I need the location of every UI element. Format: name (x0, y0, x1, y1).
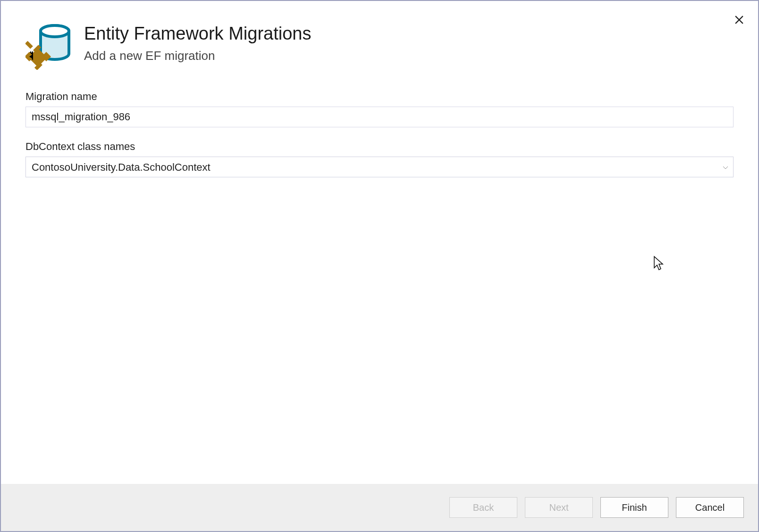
back-button: Back (449, 497, 517, 518)
dialog-subtitle: Add a new EF migration (84, 49, 311, 63)
finish-button[interactable]: Finish (600, 497, 668, 518)
dbcontext-select[interactable]: ContosoUniversity.Data.SchoolContext (25, 157, 734, 177)
migration-name-input[interactable] (25, 107, 734, 127)
close-icon[interactable] (734, 14, 745, 25)
next-button: Next (525, 497, 593, 518)
dbcontext-label: DbContext class names (25, 141, 734, 153)
dialog-title: Entity Framework Migrations (84, 24, 311, 44)
svg-rect-4 (25, 41, 33, 49)
ef-migrations-icon (25, 21, 73, 70)
cancel-button[interactable]: Cancel (676, 497, 744, 518)
svg-point-1 (41, 25, 69, 37)
migration-name-label: Migration name (25, 91, 734, 103)
